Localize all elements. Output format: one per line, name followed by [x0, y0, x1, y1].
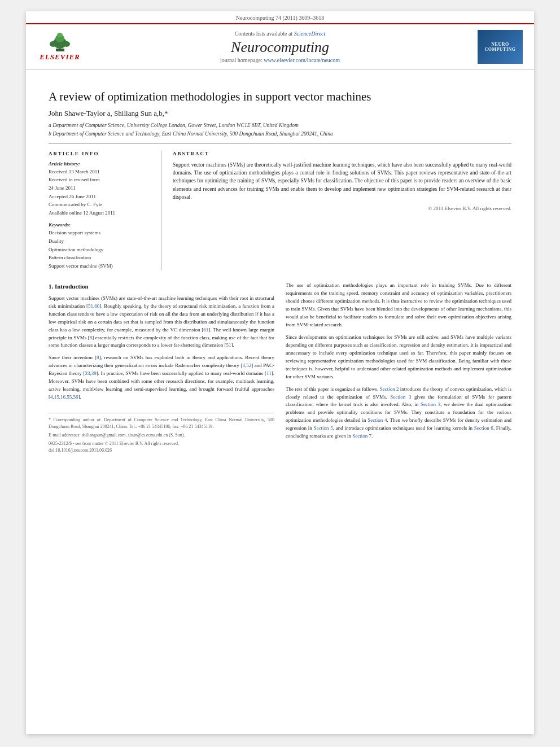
ref-3-52[interactable]: 3,52 [242, 362, 251, 368]
keywords-section: Keywords: Decision support systems Duali… [49, 222, 153, 269]
journal-name: Neurocomputing [82, 39, 478, 56]
header-band: ELSEVIER Contents lists available at Sci… [26, 24, 534, 70]
intro-para3: The use of optimization methodologies pl… [286, 282, 511, 329]
intro-para2: Since their invention [8], research on S… [49, 354, 274, 401]
article-info: ARTICLE INFO Article history: Received 1… [49, 151, 161, 271]
ref-section7[interactable]: Section 7 [352, 433, 371, 439]
paper-title: A review of optimization methodologies i… [49, 89, 511, 104]
article-meta: ARTICLE INFO Article history: Received 1… [49, 151, 511, 271]
received-revised-date: 24 June 2011 [49, 185, 153, 192]
journal-title-center: Contents lists available at ScienceDirec… [82, 30, 478, 63]
article-info-title: ARTICLE INFO [49, 151, 153, 156]
ref-61[interactable]: 61 [203, 327, 208, 333]
abstract-text: Support vector machines (SVMs) are theor… [173, 161, 511, 201]
footer-doi: doi:10.1016/j.neucom.2011.06.026 [49, 447, 274, 454]
svg-point-5 [63, 41, 70, 47]
ref-33-39[interactable]: 33,39 [85, 370, 96, 376]
elsevier-tree-icon [45, 33, 76, 53]
main-content: A review of optimization methodologies i… [26, 70, 534, 465]
article-history-label: Article history: [49, 161, 153, 167]
svg-rect-0 [56, 49, 64, 51]
body-content: 1. Introduction Support vector machines … [49, 282, 511, 454]
divider-top [49, 143, 511, 144]
section1-heading: 1. Introduction [49, 282, 274, 291]
abstract-title: ABSTRACT [173, 151, 511, 156]
intro-para5: The rest of this paper is organized as f… [286, 386, 511, 441]
footer-email: E-mail addresses: shiliangsun@gmail.com,… [49, 432, 274, 439]
copyright-line: © 2011 Elsevier B.V. All rights reserved… [173, 206, 511, 211]
ref-section2[interactable]: Section 2 [380, 386, 399, 392]
svg-point-3 [57, 33, 63, 37]
sciencedirect-link[interactable]: ScienceDirect [294, 30, 326, 37]
journal-issue: Neurocomputing 74 (2011) 3609–3618 [236, 15, 325, 21]
keyword-1: Decision support systems [49, 229, 153, 237]
elsevier-logo: ELSEVIER [37, 30, 82, 64]
affiliations: a Department of Computer Science, Univer… [49, 121, 511, 138]
homepage-link[interactable]: www.elsevier.com/locate/neucom [264, 57, 340, 63]
intro-para1: Support vector machines (SVMs) are state… [49, 295, 274, 350]
affiliation-a: a Department of Computer Science, Univer… [49, 121, 511, 129]
keyword-2: Duality [49, 238, 153, 245]
authors: John Shawe-Taylor a, Shiliang Sun a,b,* [49, 109, 511, 118]
affiliation-b: b Department of Computer Science and Tec… [49, 130, 511, 138]
keyword-3: Optimization methodology [49, 246, 153, 254]
communicated: Communicated by C. Fyfe [49, 201, 153, 208]
neurocomputing-logo: NEUROCOMPUTING [478, 30, 523, 64]
ref-51[interactable]: 51 [226, 342, 231, 348]
ref-8[interactable]: 8 [90, 335, 93, 340]
ref-11[interactable]: 11 [266, 370, 272, 376]
ref-section6[interactable]: Section 6 [474, 425, 493, 431]
page: Neurocomputing 74 (2011) 3609–3618 ELSEV… [26, 11, 534, 734]
ref-section5[interactable]: Section 5 [313, 425, 333, 431]
keywords-label: Keywords: [49, 222, 153, 228]
footer-corresponding: * Corresponding author at: Department of… [49, 417, 274, 430]
intro-para4: Since developments on optimization techn… [286, 334, 511, 381]
ref-51-60[interactable]: 51,60 [88, 303, 99, 309]
svg-point-4 [50, 41, 56, 47]
accepted-date: Accepted 26 June 2011 [49, 193, 153, 200]
footer-license: 0925-2312/$ - see front matter © 2011 El… [49, 440, 274, 447]
keyword-5: Support vector machine (SVM) [49, 263, 153, 270]
body-col-right: The use of optimization methodologies pl… [286, 282, 511, 454]
ref-section4[interactable]: Section 4 [368, 417, 387, 423]
available-online: Available online 12 August 2011 [49, 209, 153, 217]
body-col-left: 1. Introduction Support vector machines … [49, 282, 274, 454]
received-revised-label: Received in revised form [49, 176, 153, 184]
ref-section3b[interactable]: Section 3 [421, 401, 440, 407]
journal-header: Neurocomputing 74 (2011) 3609–3618 [26, 11, 534, 24]
ref-8b[interactable]: 8 [97, 355, 99, 360]
abstract-section: ABSTRACT Support vector machines (SVMs) … [173, 151, 511, 271]
journal-homepage: journal homepage: www.elsevier.com/locat… [82, 57, 478, 63]
elsevier-wordmark: ELSEVIER [40, 53, 80, 62]
ref-section3[interactable]: Section 3 [390, 394, 411, 400]
received-date: Received 13 March 2011 [49, 168, 153, 176]
ref-4-16[interactable]: 4,15,16,55,56 [50, 394, 78, 400]
page-footer: * Corresponding author at: Department of… [49, 413, 274, 454]
keyword-4: Pattern classification [49, 254, 153, 261]
contents-available: Contents lists available at ScienceDirec… [82, 30, 478, 37]
